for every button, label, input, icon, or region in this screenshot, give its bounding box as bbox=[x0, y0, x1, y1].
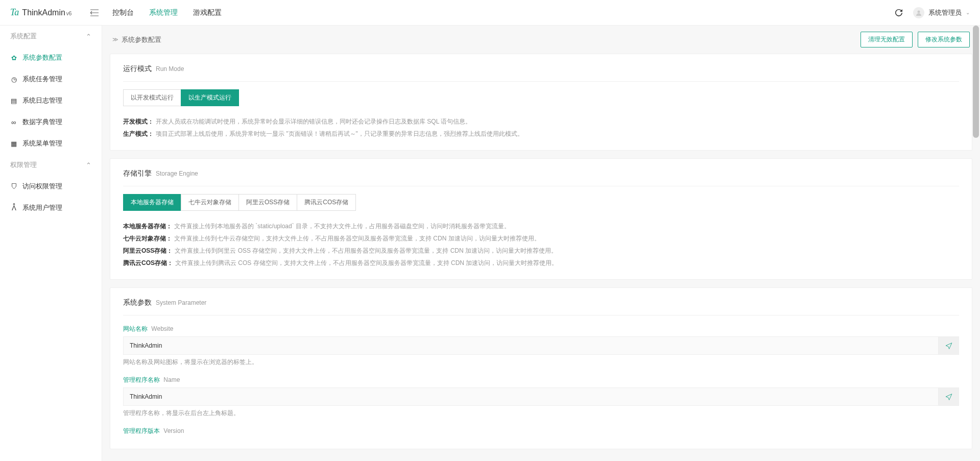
field-label: 管理程序名称 Name bbox=[123, 376, 959, 384]
shield-icon: ⛉ bbox=[10, 183, 17, 190]
field-website: 网站名称 Website 网站名称及网站图标，将显示在浏览器的标签上。 bbox=[123, 325, 959, 367]
card-title: 系统参数 bbox=[123, 298, 152, 307]
refresh-icon bbox=[895, 9, 903, 17]
sidebar-collapse-button[interactable] bbox=[87, 5, 102, 20]
app-name-input[interactable] bbox=[123, 387, 939, 406]
brand-logo: Ta ThinkAdmin v6 bbox=[10, 7, 71, 18]
card-title: 运行模式 bbox=[123, 64, 152, 74]
avatar-icon bbox=[913, 7, 924, 18]
sidebar-item-tasks[interactable]: ◷ 系统任务管理 bbox=[0, 68, 102, 90]
send-icon bbox=[945, 393, 952, 400]
sidebar-group-permission: 权限管理 ⌃ ⛉ 访问权限管理 ᐰ 系统用户管理 bbox=[0, 154, 102, 219]
send-icon bbox=[945, 342, 952, 349]
params-card: 系统参数 System Parameter 网站名称 Website 网站名称及… bbox=[110, 287, 972, 449]
field-app-name: 管理程序名称 Name 管理程序名称，将显示在后台左上角标题。 bbox=[123, 376, 959, 418]
divider bbox=[123, 186, 959, 186]
field-action-button[interactable] bbox=[939, 387, 959, 406]
card-subtitle: System Parameter bbox=[156, 299, 206, 306]
divider bbox=[123, 315, 959, 316]
page-header: ≫ 系统参数配置 清理无效配置 修改系统参数 bbox=[102, 26, 980, 54]
user-icon: ᐰ bbox=[10, 204, 17, 212]
topbar-right: 系统管理员 ⌄ bbox=[895, 7, 970, 18]
desc-aliyun: 阿里云OSS存储：文件直接上传到阿里云 OSS 存储空间，支持大文件上传，不占用… bbox=[123, 245, 959, 257]
sidebar-group-title[interactable]: 系统配置 ⌃ bbox=[0, 26, 102, 47]
svg-point-0 bbox=[918, 10, 920, 13]
sidebar-group-system: 系统配置 ⌃ ✿ 系统参数配置 ◷ 系统任务管理 ▤ 系统日志管理 ∞ 数据字典… bbox=[0, 26, 102, 154]
menu-icon: ▦ bbox=[10, 140, 17, 148]
run-mode-card: 运行模式 Run Mode 以开发模式运行 以生产模式运行 开发模式：开发人员或… bbox=[110, 54, 972, 151]
content-area: 运行模式 Run Mode 以开发模式运行 以生产模式运行 开发模式：开发人员或… bbox=[102, 54, 980, 461]
sidebar-item-users[interactable]: ᐰ 系统用户管理 bbox=[0, 197, 102, 219]
card-subtitle: Storage Engine bbox=[156, 170, 198, 177]
brand-version: v6 bbox=[66, 11, 72, 16]
tab-aliyun-storage[interactable]: 阿里云OSS存储 bbox=[238, 194, 297, 211]
sidebar-item-access[interactable]: ⛉ 访问权限管理 bbox=[0, 176, 102, 197]
chevron-up-icon: ⌃ bbox=[86, 33, 91, 40]
field-app-version: 管理程序版本 Version bbox=[123, 427, 959, 435]
user-menu[interactable]: 系统管理员 ⌄ bbox=[913, 7, 970, 18]
modify-params-button[interactable]: 修改系统参数 bbox=[918, 32, 970, 47]
brand-logo-icon: Ta bbox=[10, 7, 19, 18]
tab-local-storage[interactable]: 本地服务器存储 bbox=[123, 194, 181, 211]
hamburger-icon bbox=[90, 9, 99, 16]
website-input[interactable] bbox=[123, 336, 939, 355]
field-action-button[interactable] bbox=[939, 336, 959, 355]
top-nav: 控制台 系统管理 游戏配置 bbox=[112, 1, 222, 25]
tab-dev-mode[interactable]: 以开发模式运行 bbox=[123, 89, 181, 106]
page-title: 系统参数配置 bbox=[122, 35, 161, 44]
scrollbar-thumb[interactable] bbox=[973, 26, 979, 138]
user-name: 系统管理员 bbox=[928, 8, 962, 17]
storage-card: 存储引擎 Storage Engine 本地服务器存储 七牛云对象存储 阿里云O… bbox=[110, 158, 972, 280]
divider bbox=[123, 81, 959, 82]
sidebar-item-params[interactable]: ✿ 系统参数配置 bbox=[0, 47, 102, 68]
breadcrumb: ≫ 系统参数配置 bbox=[112, 35, 161, 44]
field-hint: 网站名称及网站图标，将显示在浏览器的标签上。 bbox=[123, 358, 959, 367]
field-label: 管理程序版本 Version bbox=[123, 427, 959, 435]
storage-tabs: 本地服务器存储 七牛云对象存储 阿里云OSS存储 腾讯云COS存储 bbox=[123, 194, 959, 211]
page-actions: 清理无效配置 修改系统参数 bbox=[861, 32, 970, 47]
chevron-down-icon: ⌄ bbox=[966, 10, 970, 15]
sidebar-group-title[interactable]: 权限管理 ⌃ bbox=[0, 154, 102, 176]
sidebar-item-logs[interactable]: ▤ 系统日志管理 bbox=[0, 90, 102, 111]
field-hint: 管理程序名称，将显示在后台左上角标题。 bbox=[123, 409, 959, 418]
sidebar: 系统配置 ⌃ ✿ 系统参数配置 ◷ 系统任务管理 ▤ 系统日志管理 ∞ 数据字典… bbox=[0, 26, 102, 461]
field-label: 网站名称 Website bbox=[123, 325, 959, 333]
desc-prod: 生产模式：项目正式部署上线后使用，系统异常时统一显示 "页面错误！请稍后再试～"… bbox=[123, 128, 959, 140]
clean-config-button[interactable]: 清理无效配置 bbox=[861, 32, 913, 47]
tab-prod-mode[interactable]: 以生产模式运行 bbox=[181, 89, 239, 106]
topnav-game[interactable]: 游戏配置 bbox=[193, 1, 222, 25]
refresh-button[interactable] bbox=[895, 9, 903, 17]
breadcrumb-arrow-icon: ≫ bbox=[112, 36, 118, 43]
desc-qiniu: 七牛云对象存储：文件直接上传到七牛云存储空间，支持大文件上传，不占用服务器空间及… bbox=[123, 232, 959, 245]
card-subtitle: Run Mode bbox=[156, 65, 184, 72]
desc-tencent: 腾讯云COS存储：文件直接上传到腾讯云 COS 存储空间，支持大文件上传，不占用… bbox=[123, 257, 959, 269]
topbar: Ta ThinkAdmin v6 控制台 系统管理 游戏配置 系统管理员 ⌄ bbox=[0, 0, 980, 26]
chevron-up-icon: ⌃ bbox=[86, 161, 91, 169]
scrollbar[interactable] bbox=[973, 26, 979, 461]
sidebar-item-menu[interactable]: ▦ 系统菜单管理 bbox=[0, 133, 102, 154]
topnav-console[interactable]: 控制台 bbox=[112, 1, 134, 25]
desc-dev: 开发模式：开发人员或在功能调试时使用，系统异常时会显示详细的错误信息，同时还会记… bbox=[123, 115, 959, 128]
brand-name: ThinkAdmin bbox=[22, 8, 65, 17]
main-content: ≫ 系统参数配置 清理无效配置 修改系统参数 运行模式 Run Mode 以开发… bbox=[102, 26, 980, 461]
sidebar-item-dict[interactable]: ∞ 数据字典管理 bbox=[0, 111, 102, 133]
topnav-system[interactable]: 系统管理 bbox=[149, 1, 178, 25]
run-mode-tabs: 以开发模式运行 以生产模式运行 bbox=[123, 89, 959, 106]
doc-icon: ▤ bbox=[10, 97, 17, 105]
gear-icon: ✿ bbox=[10, 54, 17, 62]
tab-qiniu-storage[interactable]: 七牛云对象存储 bbox=[181, 194, 239, 211]
clock-icon: ◷ bbox=[10, 76, 17, 83]
desc-local: 本地服务器存储：文件直接上传到本地服务器的 `static/upload` 目录… bbox=[123, 220, 959, 232]
loop-icon: ∞ bbox=[10, 118, 17, 126]
tab-tencent-storage[interactable]: 腾讯云COS存储 bbox=[297, 194, 356, 211]
card-title: 存储引擎 bbox=[123, 169, 152, 178]
